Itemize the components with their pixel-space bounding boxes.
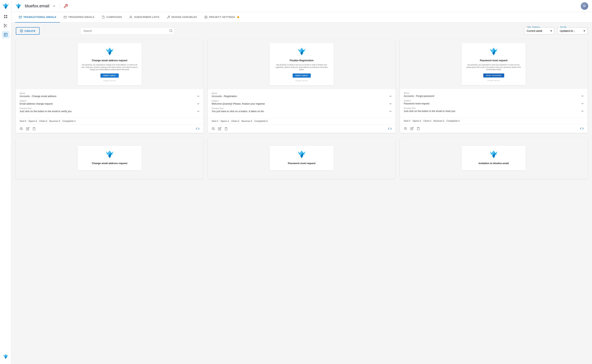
card-stats-3: Sent 0 Opens 0 Clicks 0 Bounces 0 Compla… [400,117,587,124]
tools-icon[interactable] [64,4,68,8]
delete-action-2[interactable] [224,127,228,130]
grid-icon [4,14,8,19]
card-preview-2[interactable]: Finalize Registration Hey {{name}}, it's… [208,39,395,89]
tab-subscriber-lists[interactable]: SUBSCRIBER LISTS [126,12,163,23]
code-action-1[interactable] [196,127,200,130]
search-input[interactable] [80,27,175,34]
edit-name-icon-3[interactable]: ✏ [581,95,584,98]
card-subject-field-1: Subject Email address change request ✏ [20,100,200,105]
stat-complaints-1: Complaints 0 [62,120,76,123]
preview-action-3[interactable] [404,127,407,130]
card-actions-1 [16,124,203,133]
card-preview-4[interactable]: Change email address request [16,137,203,179]
email-card-4: Change email address request [16,137,203,179]
sidebar-item-brand[interactable] [2,353,9,360]
stat-sent-2: Sent 3 [212,120,218,123]
tab-campaigns[interactable]: CAMPAIGNS [98,12,126,23]
email-card-2: Finalize Registration Hey {{name}}, it's… [208,39,395,133]
preview-action-2[interactable] [212,127,215,130]
campaigns-icon [102,16,105,19]
card-preview-1[interactable]: Change email address request Hey {{name}… [16,39,203,89]
delete-action-1[interactable] [33,127,36,130]
create-button[interactable]: CREATE [16,27,39,35]
sidebar-logo[interactable] [2,2,9,10]
email-card-6: Invitation to bluefox.email [400,137,587,179]
card-subject-field-3: Subject Password reset request ✏ [404,99,584,105]
scissors-icon [4,24,8,28]
sidebar-item-tools[interactable] [2,22,9,29]
edit-preview-icon-2[interactable]: ✏ [390,110,392,113]
code-action-3[interactable] [580,127,584,130]
user-avatar[interactable]: U [581,2,588,10]
triggered-icon [64,16,67,19]
edit-action-2[interactable] [218,127,221,130]
stat-sent-1: Sent 0 [20,120,26,123]
email-fox-logo-1 [105,47,114,56]
edit-subject-icon-3[interactable]: ✏ [581,102,584,105]
email-fox-logo-5 [297,150,306,159]
edit-preview-icon-1[interactable]: ✏ [197,110,200,113]
edit-subject-icon-2[interactable]: ✏ [390,102,392,105]
stat-opens-1: Opens 0 [28,120,37,123]
card-preview-3[interactable]: Password reset request Hey {{name}}, you… [400,39,587,89]
edit-name-icon-2[interactable]: ✏ [390,95,392,98]
edit-preview-icon-3[interactable]: ✏ [581,110,584,113]
stat-bounces-2: Bounces 0 [241,120,252,123]
code-action-2[interactable] [388,127,392,130]
card-preview-5[interactable]: Password reset request [208,137,395,179]
email-preview-4: Change email address request [78,146,142,170]
preview-action-1[interactable] [20,127,23,130]
filter-statistics-select[interactable]: Current week Last week Last month All ti… [524,27,554,34]
card-preview-text-field-1: Preview Text Just click on the button in… [20,107,200,113]
topbar-right: U [581,2,588,10]
email-preview-5: Password reset request [270,146,334,170]
fox-logo-icon [2,1,9,11]
card-preview-text-field-2: Preview Text You just have to click on a… [212,107,391,113]
stat-sent-3: Sent 0 [404,120,410,122]
svg-point-9 [4,26,5,27]
filter-statistics-wrapper: Filter Statistics Current week Last week… [524,27,554,34]
tab-project-settings[interactable]: PROJECT SETTINGS [201,12,243,23]
svg-point-26 [130,16,131,17]
edit-action-3[interactable] [410,127,414,130]
sidebar-item-dashboard[interactable] [2,13,9,20]
delete-action-3[interactable] [416,127,420,130]
svg-line-46 [214,129,215,130]
svg-rect-4 [4,15,5,16]
card-preview-6[interactable]: Invitation to bluefox.email [400,137,587,179]
email-fox-logo-6 [489,150,498,159]
stat-clicks-3: Clicks 0 [423,120,431,122]
stat-opens-3: Opens 0 [412,120,421,122]
tab-design-variables[interactable]: DESIGN VARIABLES [163,12,201,23]
sidebar-item-layers[interactable] [2,31,9,39]
sidebar [0,0,11,364]
nav-tabs: TRANSACTIONAL EMAILS TRIGGERED EMAILS CA… [11,12,592,23]
layers-icon [4,32,8,37]
app-name: bluefox.email [25,4,49,8]
design-icon [167,16,170,19]
tab-transactional-emails[interactable]: TRANSACTIONAL EMAILS [15,12,60,23]
stat-opens-2: Opens 3 [221,120,229,123]
fox-brand-icon [3,353,9,359]
chevron-down-icon[interactable] [52,4,56,8]
topbar: bluefox.email U [11,0,592,12]
stat-complaints-3: Complaints 0 [446,120,460,122]
email-fox-logo-2 [297,47,306,56]
card-name-field-2: Name Accounts - Registration ✏ [212,92,391,98]
card-name-field-3: Name Accounts - Forgot password ✏ [404,92,584,98]
tab-triggered-emails[interactable]: TRIGGERED EMAILS [60,12,98,23]
edit-action-1[interactable] [26,127,29,130]
transactional-icon [19,16,22,19]
card-preview-text-field-3: Preview Text Just click on the button in… [404,107,584,113]
sort-by-select[interactable]: Updated At ↓ Created At Name [557,27,587,34]
card-actions-3 [400,124,587,133]
card-info-3: Name Accounts - Forgot password ✏ Subjec… [400,89,587,117]
search-icon[interactable] [169,29,173,33]
search-bar [80,27,175,34]
stat-clicks-1: Clicks 0 [39,120,47,123]
topbar-divider [59,3,60,9]
email-preview-1: Change email address request Hey {{name}… [78,43,142,85]
card-stats-1: Sent 0 Opens 0 Clicks 0 Bounces 0 Compla… [16,118,203,124]
edit-subject-icon-1[interactable]: ✏ [197,102,200,105]
edit-name-icon-1[interactable]: ✏ [197,95,200,98]
